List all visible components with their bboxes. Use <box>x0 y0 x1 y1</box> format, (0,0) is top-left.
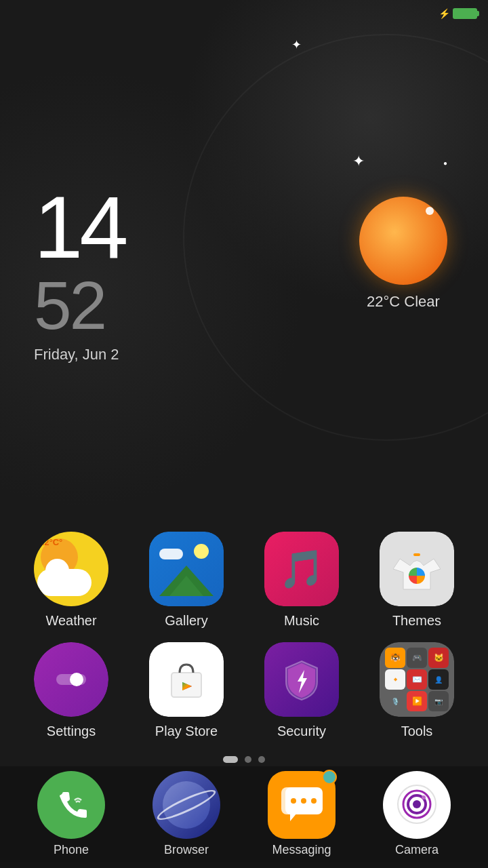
app-weather[interactable]: 22°C° Weather <box>20 532 122 629</box>
clock-minute: 52 <box>34 271 125 339</box>
weather-temperature: 22°C Clear <box>367 293 440 311</box>
phone-svg <box>54 788 88 822</box>
messaging-icon <box>268 771 336 839</box>
app-playstore-label: Play Store <box>155 724 218 739</box>
app-row-2: Settings <box>14 642 474 739</box>
messaging-svg <box>280 786 324 823</box>
dock: Phone Browser <box>0 766 488 868</box>
weather-widget: 22°C Clear <box>359 197 447 311</box>
clock-widget: 14 52 Friday, Jun 2 <box>34 183 125 363</box>
status-bar: ⚡ <box>0 0 488 27</box>
settings-icon-svg <box>51 659 92 700</box>
app-tools[interactable]: 🐯 🎮 🐱 🔸 ✉️ 👤 🎙️ ▶️ 📷 Tools <box>366 642 468 739</box>
app-settings-label: Settings <box>47 724 96 739</box>
weather-sun-icon <box>359 197 447 285</box>
page-dot-2[interactable] <box>245 756 251 763</box>
svg-point-6 <box>70 673 83 686</box>
dock-phone-label: Phone <box>54 843 89 857</box>
svg-rect-3 <box>413 553 420 556</box>
themes-shirt-svg <box>393 545 441 593</box>
svg-point-23 <box>422 795 426 800</box>
weather-badge: 22°C° <box>39 537 62 547</box>
app-security-label: Security <box>277 724 326 739</box>
gallery-sun-shape <box>194 544 209 559</box>
music-note-icon: 🎵 <box>279 547 325 591</box>
app-weather-label: Weather <box>45 613 96 629</box>
camera-icon <box>383 771 451 839</box>
page-dot-1[interactable] <box>223 756 238 763</box>
app-gallery[interactable]: Gallery <box>136 532 237 629</box>
svg-point-15 <box>291 798 296 804</box>
star-3: ● <box>443 159 447 167</box>
gallery-mountain-svg <box>159 562 214 596</box>
dock-browser-label: Browser <box>164 843 209 857</box>
app-row-1: 22°C° Weather Gallery <box>14 532 474 629</box>
star-1: ✦ <box>291 37 302 52</box>
page-dot-3[interactable] <box>258 756 265 763</box>
app-security[interactable]: Security <box>251 642 352 739</box>
dock-camera[interactable]: Camera <box>383 771 451 857</box>
homescreen: ✦ ✦ ● ⚡ 14 52 Friday, Jun 2 22°C Clear <box>0 0 488 868</box>
app-grid: 22°C° Weather Gallery <box>0 532 488 753</box>
weather-cloud-shape <box>37 569 92 596</box>
gallery-cloud-shape <box>159 549 183 559</box>
svg-point-22 <box>413 800 421 808</box>
browser-icon <box>152 771 220 839</box>
app-themes-label: Themes <box>392 613 441 629</box>
app-music-label: Music <box>284 613 319 629</box>
dock-phone[interactable]: Phone <box>37 771 105 857</box>
phone-icon <box>37 771 105 839</box>
app-tools-label: Tools <box>401 724 433 739</box>
app-settings[interactable]: Settings <box>20 642 122 739</box>
clock-hour: 14 <box>34 183 125 271</box>
battery-bar <box>453 8 477 19</box>
page-indicators <box>223 756 265 763</box>
dock-messaging-label: Messaging <box>272 843 331 857</box>
svg-point-16 <box>301 798 306 804</box>
app-music[interactable]: 🎵 Music <box>251 532 352 629</box>
battery-indicator: ⚡ <box>439 8 477 19</box>
app-themes[interactable]: Themes <box>366 532 468 629</box>
app-gallery-label: Gallery <box>165 613 207 629</box>
app-playstore[interactable]: Play Store <box>136 642 237 739</box>
dock-messaging[interactable]: Messaging <box>268 771 336 857</box>
dock-camera-label: Camera <box>395 843 439 857</box>
camera-svg <box>395 783 439 827</box>
charging-icon: ⚡ <box>439 8 450 19</box>
security-shield-svg <box>280 658 324 702</box>
star-2: ✦ <box>352 153 365 170</box>
svg-point-17 <box>311 798 317 804</box>
clock-date: Friday, Jun 2 <box>34 346 125 363</box>
playstore-icon-svg <box>166 659 207 700</box>
dock-browser[interactable]: Browser <box>152 771 220 857</box>
